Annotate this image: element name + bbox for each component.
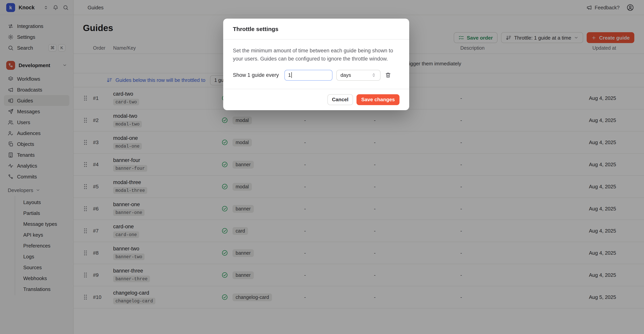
throttle-settings-modal: Throttle settings Set the minimum amount… xyxy=(223,19,409,110)
throttle-form-label: Show 1 guide every xyxy=(233,72,279,78)
chevrons-up-down-icon xyxy=(371,73,376,78)
screen: k Knock Integrations xyxy=(0,0,644,334)
throttle-amount-input[interactable]: 1 xyxy=(284,70,332,81)
modal-title: Throttle settings xyxy=(233,26,278,32)
delete-throttle-button[interactable] xyxy=(385,72,391,78)
throttle-unit-select[interactable]: days xyxy=(336,70,380,81)
knock-app: k Knock Integrations xyxy=(0,0,644,334)
save-changes-button[interactable]: Save changes xyxy=(357,94,400,105)
text-caret xyxy=(292,72,292,78)
modal-description: Set the minimum amount of time between e… xyxy=(233,47,400,63)
cancel-button[interactable]: Cancel xyxy=(327,94,353,105)
